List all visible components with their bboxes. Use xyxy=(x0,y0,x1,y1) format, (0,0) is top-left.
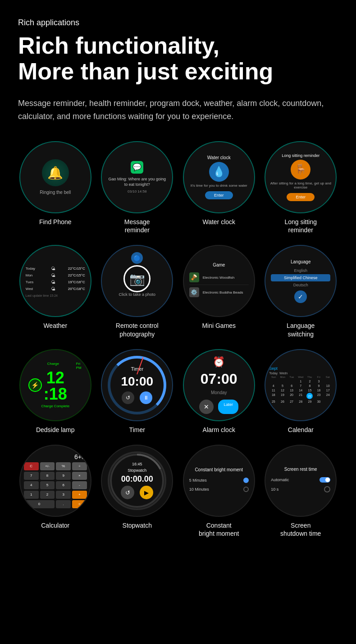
calc-div-btn[interactable]: ÷ xyxy=(72,462,87,470)
language-label: Languageswitching xyxy=(287,322,315,338)
remote-blue-btn: 🔵 xyxy=(131,252,143,264)
calc-mul-btn[interactable]: × xyxy=(72,472,87,480)
stopwatch-circle: 16:45 Stopwatch 00:00.00 ↺ ▶ xyxy=(101,445,173,517)
app-water[interactable]: Water clock 💧 It's time for you to drink… xyxy=(182,141,256,234)
timer-reset-btn[interactable]: ↺ xyxy=(122,391,134,404)
weather-row-today: Today 🌤 22°C/15°C xyxy=(26,265,85,272)
app-bright[interactable]: Constant bright moment 5 Minutes 10 Minu… xyxy=(182,445,256,538)
find-phone-inner: 🔔 Ringing the bell xyxy=(40,159,71,195)
screen-option1: Automatic xyxy=(271,475,330,484)
calc-c-btn[interactable]: C xyxy=(24,462,39,470)
bright-option2: 10 Minutes xyxy=(189,485,249,494)
lamp-label: Dedside lamp xyxy=(36,426,75,434)
app-sitting[interactable]: Long sitting reminder 🪑 After sitting fo… xyxy=(264,141,338,234)
calc-7-btn[interactable]: 7 xyxy=(24,472,39,480)
msg-time: 03/10 14:58 xyxy=(108,189,166,193)
timer-circle: Timer 10:00 ↺ ⏸ xyxy=(101,349,173,421)
app-games[interactable]: Game 🪘 Electronic Woodfish ⚙️ Electronic… xyxy=(182,245,256,338)
alarm-inner: ⏰ 07:00 Monday ✕ Later xyxy=(195,352,243,419)
calc-dot-btn[interactable]: . xyxy=(56,500,71,508)
calc-add-btn[interactable]: + xyxy=(72,491,87,499)
sitting-desc: After sitting for a long time, get up an… xyxy=(269,181,332,189)
buddha-name: Electronic Buddha Beads xyxy=(203,290,243,294)
lang-inner: Language English Simplified Chinese Deut… xyxy=(265,256,336,307)
app-weather[interactable]: Today 🌤 22°C/15°C Mon 🌤 22°C/15°C Tues 🌤… xyxy=(18,245,93,338)
lamp-inner: ⚡ Charge FriPM 12:18 Charge Complete xyxy=(20,350,91,420)
weather-update: Last update time 15:24 xyxy=(26,294,85,297)
water-circle: Water clock 💧 It's time for you to drink… xyxy=(183,141,255,213)
message-label: Messagereminder xyxy=(124,218,150,234)
wechat-logo-container: 💬 xyxy=(108,161,166,174)
calc-eq-btn[interactable]: = xyxy=(72,500,87,508)
bright-10min-radio[interactable] xyxy=(243,487,249,492)
description: Message reminder, health reminder, progr… xyxy=(18,97,338,123)
calc-0-btn[interactable]: 0 xyxy=(24,500,55,508)
app-message[interactable]: 💬 Gao Ming: Where are you going to eat t… xyxy=(100,141,175,234)
camera-icon: 📷 xyxy=(123,265,151,292)
bright-5min-radio[interactable] xyxy=(243,478,249,483)
weather-label: Weather xyxy=(43,322,67,330)
alarm-later-btn[interactable]: Later xyxy=(218,400,238,414)
games-circle: Game 🪘 Electronic Woodfish ⚙️ Electronic… xyxy=(183,245,255,317)
bright-title: Constant bright moment xyxy=(189,467,249,472)
app-calculator[interactable]: 6+8 C +/- % ÷ 7 8 9 × 4 5 6 - 1 xyxy=(18,445,93,538)
weather-inner: Today 🌤 22°C/15°C Mon 🌤 22°C/15°C Tues 🌤… xyxy=(20,262,91,301)
lang-deutsch[interactable]: Deutsch xyxy=(271,281,330,289)
calc-5-btn[interactable]: 5 xyxy=(40,481,55,489)
sitting-enter-btn[interactable]: Enter xyxy=(287,193,315,201)
screen-auto-toggle[interactable] xyxy=(319,477,330,483)
calc-circle: 6+8 C +/- % ÷ 7 8 9 × 4 5 6 - 1 xyxy=(19,445,91,517)
timer-pause-btn[interactable]: ⏸ xyxy=(140,391,152,404)
water-label: Water clock xyxy=(202,218,235,226)
app-stopwatch[interactable]: 16:45 Stopwatch 00:00.00 ↺ ▶ Stopwatch xyxy=(100,445,175,538)
water-inner: Water clock 💧 It's time for you to drink… xyxy=(187,152,251,203)
sitting-title: Long sitting reminder xyxy=(282,153,319,158)
calculator-label: Calculator xyxy=(41,521,69,529)
calc-9-btn[interactable]: 9 xyxy=(56,472,71,480)
calc-plusminus-btn[interactable]: +/- xyxy=(40,462,55,470)
app-language[interactable]: Language English Simplified Chinese Deut… xyxy=(264,245,338,338)
app-remote[interactable]: 🔵 📷 Click to take a photo Remote control… xyxy=(100,245,175,338)
stopwatch-label: Stopwatch xyxy=(128,468,146,473)
ringing-text: Ringing the bell xyxy=(40,190,71,195)
calc-percent-btn[interactable]: % xyxy=(56,462,71,470)
app-screen[interactable]: Screen rest time Automatic 10 s Screensh… xyxy=(264,445,338,538)
app-lamp[interactable]: ⚡ Charge FriPM 12:18 Charge Complete Ded… xyxy=(18,349,93,434)
calc-1-btn[interactable]: 1 xyxy=(24,491,39,499)
cal-day-headers: Sun Mon Tue Wed Thu Fri Sat xyxy=(269,376,332,378)
screen-option2: 10 s xyxy=(271,484,330,494)
calc-6-btn[interactable]: 6 xyxy=(56,481,71,489)
remote-text: Click to take a photo xyxy=(119,292,155,297)
water-enter-btn[interactable]: Enter xyxy=(205,191,233,199)
lang-chinese[interactable]: Simplified Chinese xyxy=(271,274,330,281)
calc-display: 6+8 xyxy=(24,453,87,460)
lang-confirm[interactable]: ✓ xyxy=(271,290,330,303)
games-label: Mini Games xyxy=(202,322,236,330)
cal-today-row: Today Wedn xyxy=(269,372,332,375)
lamp-bolt-icon: ⚡ xyxy=(28,378,42,392)
calc-2-btn[interactable]: 2 xyxy=(40,491,55,499)
calc-sub-btn[interactable]: - xyxy=(72,481,87,489)
screen-auto-label: Automatic xyxy=(271,478,289,482)
calc-8-btn[interactable]: 8 xyxy=(40,472,55,480)
screen-10s-radio[interactable] xyxy=(324,486,330,492)
stopwatch-play-btn[interactable]: ▶ xyxy=(140,486,153,499)
calc-3-btn[interactable]: 3 xyxy=(56,491,71,499)
cal-days: 1 2 3 4 5 6 7 8 9 10 11 12 13 1 xyxy=(269,379,332,404)
weather-circle: Today 🌤 22°C/15°C Mon 🌤 22°C/15°C Tues 🌤… xyxy=(19,245,91,317)
stopwatch-lap-btn[interactable]: ↺ xyxy=(121,486,134,499)
lang-title: Language xyxy=(271,259,330,264)
bright-5min-label: 5 Minutes xyxy=(189,478,207,483)
lang-english[interactable]: English xyxy=(271,267,330,274)
lamp-time: 12:18 xyxy=(44,370,67,402)
app-calendar[interactable]: Sept Today Wedn Sun Mon Tue Wed Thu Fri … xyxy=(264,349,338,434)
app-alarm[interactable]: ⏰ 07:00 Monday ✕ Later Alarm clock xyxy=(182,349,256,434)
calendar-label: Calendar xyxy=(288,426,314,434)
buddha-icon: ⚙️ xyxy=(189,287,199,297)
remote-label: Remote controlphotography xyxy=(116,322,159,338)
water-desc: It's time for you to drink some water xyxy=(191,184,247,188)
calc-4-btn[interactable]: 4 xyxy=(24,481,39,489)
app-find-phone[interactable]: 🔔 Ringing the bell Find Phone xyxy=(18,141,93,234)
alarm-dismiss-btn[interactable]: ✕ xyxy=(199,400,214,414)
app-timer[interactable]: Timer 10:00 ↺ ⏸ Timer xyxy=(100,349,175,434)
